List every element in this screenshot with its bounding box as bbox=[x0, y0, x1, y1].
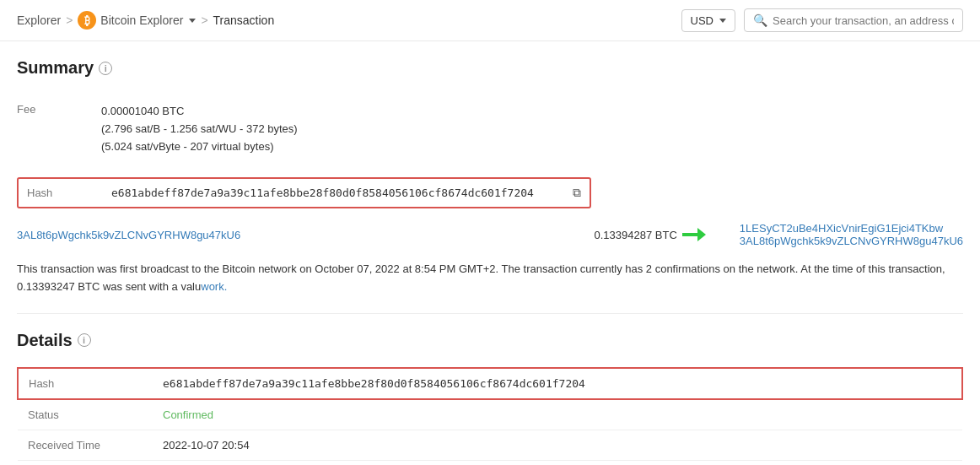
tx-description-link[interactable]: work. bbox=[201, 280, 227, 293]
svg-marker-1 bbox=[697, 228, 706, 241]
currency-label: USD bbox=[691, 14, 713, 27]
copy-icon[interactable]: ⧉ bbox=[573, 186, 581, 200]
fee-label: Fee bbox=[17, 103, 67, 155]
details-info-icon[interactable]: i bbox=[78, 333, 91, 347]
details-received-row: Received Time 2022-10-07 20:54 bbox=[18, 430, 962, 460]
details-received-value: 2022-10-07 20:54 bbox=[153, 430, 962, 460]
summary-hash-row: Hash e681abdeff87de7a9a39c11afe8bbe28f80… bbox=[17, 177, 591, 208]
tx-to-group: 1LESyCT2uBe4HXicVnirEgiG1Ejci4TKbw 3AL8t… bbox=[740, 222, 963, 247]
search-box: 🔍 bbox=[744, 8, 963, 32]
tx-to-address1[interactable]: 1LESyCT2uBe4HXicVnirEgiG1Ejci4TKbw bbox=[740, 222, 963, 235]
summary-info-icon[interactable]: i bbox=[99, 62, 112, 75]
details-status-row: Status Confirmed bbox=[18, 399, 962, 430]
bitcoin-explorer-label: Bitcoin Explorer bbox=[100, 14, 183, 27]
header-right: USD 🔍 bbox=[681, 8, 963, 32]
fee-line2: (2.796 sat/B - 1.256 sat/WU - 372 bytes) bbox=[101, 121, 298, 138]
details-title-text: Details bbox=[17, 331, 73, 350]
breadcrumb-sep1: > bbox=[66, 14, 73, 27]
details-size-label: Size bbox=[18, 460, 153, 465]
summary-title-text: Summary bbox=[17, 58, 94, 78]
fee-row: Fee 0.00001040 BTC (2.796 sat/B - 1.256 … bbox=[17, 95, 963, 164]
explorer-link[interactable]: Explorer bbox=[17, 14, 61, 27]
fee-line3: (5.024 sat/vByte - 207 virtual bytes) bbox=[101, 138, 298, 156]
tx-description-text: This transaction was first broadcast to … bbox=[17, 262, 945, 293]
tx-arrow-icon bbox=[682, 228, 706, 241]
details-size-row: Size 372 bytes bbox=[18, 460, 962, 465]
tx-to-address2[interactable]: 3AL8t6pWgchk5k9vZLCNvGYRHW8gu47kU6 bbox=[740, 235, 963, 247]
transaction-label: Transaction bbox=[213, 14, 275, 27]
section-divider bbox=[17, 313, 963, 314]
details-title: Details i bbox=[17, 331, 963, 350]
search-input[interactable] bbox=[773, 14, 954, 27]
tx-flow: 3AL8t6pWgchk5k9vZLCNvGYRHW8gu47kU6 0.133… bbox=[17, 222, 963, 247]
breadcrumb-sep2: > bbox=[201, 14, 207, 27]
details-status-label: Status bbox=[18, 399, 153, 430]
details-status-value: Confirmed bbox=[153, 399, 962, 430]
details-section: Details i Hash e681abdeff87de7a9a39c11af… bbox=[17, 331, 963, 465]
status-confirmed-badge: Confirmed bbox=[163, 408, 213, 421]
bitcoin-explorer-link[interactable]: ₿ Bitcoin Explorer bbox=[78, 11, 196, 30]
bitcoin-icon: ₿ bbox=[78, 11, 96, 30]
fee-line1: 0.00001040 BTC bbox=[101, 103, 298, 121]
breadcrumb: Explorer > ₿ Bitcoin Explorer > Transact… bbox=[17, 11, 274, 30]
search-icon: 🔍 bbox=[753, 14, 767, 27]
summary-section: Summary i Fee 0.00001040 BTC (2.796 sat/… bbox=[17, 58, 963, 296]
tx-from-address[interactable]: 3AL8t6pWgchk5k9vZLCNvGYRHW8gu47kU6 bbox=[17, 229, 240, 241]
header: Explorer > ₿ Bitcoin Explorer > Transact… bbox=[0, 0, 980, 41]
summary-hash-label: Hash bbox=[27, 187, 78, 199]
svg-rect-0 bbox=[682, 233, 697, 236]
details-hash-row: Hash e681abdeff87de7a9a39c11afe8bbe28f80… bbox=[18, 368, 962, 399]
tx-description: This transaction was first broadcast to … bbox=[17, 261, 963, 296]
details-hash-value: e681abdeff87de7a9a39c11afe8bbe28f80d0f85… bbox=[153, 368, 962, 399]
summary-title: Summary i bbox=[17, 58, 963, 78]
details-received-label: Received Time bbox=[18, 430, 153, 460]
chevron-down-icon bbox=[189, 19, 196, 23]
currency-chevron-icon bbox=[719, 19, 726, 23]
main-content: Summary i Fee 0.00001040 BTC (2.796 sat/… bbox=[0, 41, 980, 465]
details-size-value: 372 bytes bbox=[153, 460, 962, 465]
fee-value: 0.00001040 BTC (2.796 sat/B - 1.256 sat/… bbox=[101, 103, 298, 155]
details-table: Hash e681abdeff87de7a9a39c11afe8bbe28f80… bbox=[17, 367, 963, 465]
currency-button[interactable]: USD bbox=[681, 9, 735, 32]
tx-amount: 0.13394287 BTC bbox=[595, 228, 706, 241]
details-hash-label: Hash bbox=[18, 368, 153, 399]
summary-hash-value: e681abdeff87de7a9a39c11afe8bbe28f80d0f85… bbox=[111, 187, 534, 199]
tx-amount-value: 0.13394287 BTC bbox=[595, 229, 677, 241]
